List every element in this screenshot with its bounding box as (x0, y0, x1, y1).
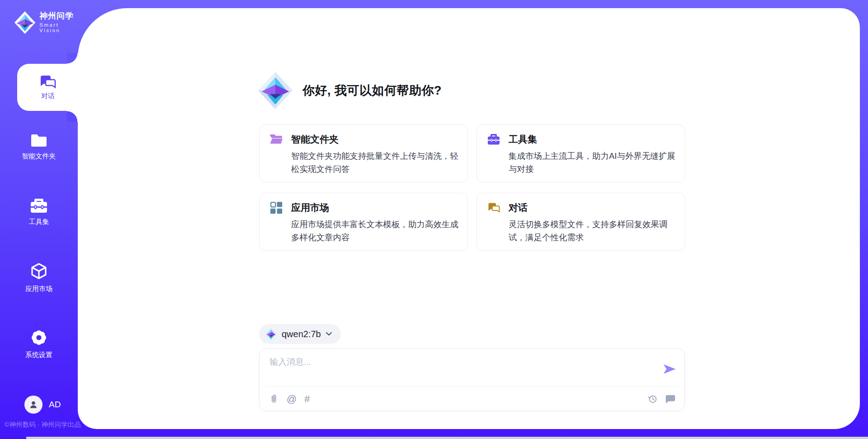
model-selector[interactable]: qwen2:7b (259, 324, 341, 344)
greeting-row: 你好, 我可以如何帮助你? (258, 72, 442, 109)
card-title: 智能文件夹 (291, 133, 339, 146)
apps-grid-icon (269, 201, 283, 214)
chat-bubble-icon[interactable] (665, 395, 675, 404)
sidebar: 神州问学 Smart Vision 对话 智能文件夹 (0, 0, 78, 439)
message-input[interactable] (269, 356, 649, 382)
brand-subtitle: Smart Vision (39, 22, 78, 33)
feature-cards: 智能文件夹 智能文件夹功能支持批量文件上传与清洗，轻松实现文件问答 (259, 124, 686, 251)
brand-logo-icon (14, 10, 35, 35)
card-description: 集成市场上主流工具，助力AI与外界无缝扩展与对接 (509, 149, 676, 176)
card-toolset[interactable]: 工具集 集成市场上主流工具，助力AI与外界无缝扩展与对接 (476, 124, 685, 182)
message-composer: @ # (259, 348, 685, 411)
sidebar-item-label: 工具集 (29, 218, 49, 226)
sidebar-item-settings[interactable]: 系统设置 (7, 329, 71, 359)
sidebar-item-toolset[interactable]: 工具集 (7, 198, 71, 226)
brand-name: 神州问学 (39, 12, 78, 21)
at-icon[interactable]: @ (287, 394, 297, 404)
copyright-text: ©神州数码 · 神州问学出品 (5, 420, 81, 429)
card-title: 应用市场 (291, 201, 329, 214)
history-icon[interactable] (647, 394, 658, 404)
sidebar-item-label: 应用市场 (25, 285, 52, 293)
sidebar-item-label: 对话 (41, 92, 55, 100)
tab-fillet-top (67, 53, 78, 64)
hash-icon[interactable]: # (304, 394, 310, 404)
card-smart-folder[interactable]: 智能文件夹 智能文件夹功能支持批量文件上传与清洗，轻松实现文件问答 (259, 124, 468, 182)
main-content-panel: 你好, 我可以如何帮助你? 智能文件夹 智能文件夹功能支持批量文件上传与清洗，轻… (78, 8, 860, 429)
card-title: 对话 (509, 201, 528, 214)
card-description: 灵活切换多模型文件，支持多样回复效果调试，满足个性化需求 (509, 218, 676, 244)
card-description: 应用市场提供丰富长文本模板，助力高效生成多样化文章内容 (291, 218, 458, 244)
horizontal-scrollbar[interactable] (26, 437, 868, 439)
chat-icon (487, 202, 500, 213)
person-icon (28, 400, 38, 410)
sidebar-item-chat[interactable]: 对话 (17, 64, 79, 111)
tab-fillet-bottom (67, 111, 78, 122)
sidebar-item-smart-folder[interactable]: 智能文件夹 (7, 133, 71, 161)
chevron-down-icon (326, 332, 332, 336)
send-icon[interactable] (663, 363, 676, 377)
user-account[interactable]: AD (24, 396, 61, 414)
briefcase-icon (487, 134, 500, 145)
app-logo-icon (258, 72, 292, 109)
folder-open-icon (269, 134, 283, 145)
gear-icon (30, 329, 48, 347)
sidebar-item-app-market[interactable]: 应用市场 (7, 262, 71, 293)
user-name: AD (49, 400, 61, 410)
card-description: 智能文件夹功能支持批量文件上传与清洗，轻松实现文件问答 (291, 149, 458, 176)
sidebar-item-label: 智能文件夹 (22, 152, 56, 161)
card-app-market[interactable]: 应用市场 应用市场提供丰富长文本模板，助力高效生成多样化文章内容 (259, 193, 468, 251)
card-title: 工具集 (509, 133, 537, 146)
cube-icon (30, 262, 48, 281)
paperclip-icon[interactable] (269, 394, 279, 404)
folder-icon (30, 133, 48, 148)
composer-toolbar: @ # (269, 387, 675, 411)
sidebar-item-label: 系统设置 (25, 351, 52, 359)
model-logo-icon (265, 328, 277, 340)
brand-logo: 神州问学 Smart Vision (14, 10, 78, 35)
chat-icon (40, 75, 56, 89)
model-name: qwen2:7b (282, 329, 321, 339)
avatar (24, 396, 42, 414)
card-chat[interactable]: 对话 灵活切换多模型文件，支持多样回复效果调试，满足个性化需求 (476, 193, 685, 251)
briefcase-icon (30, 198, 48, 214)
page-title: 你好, 我可以如何帮助你? (302, 82, 442, 99)
